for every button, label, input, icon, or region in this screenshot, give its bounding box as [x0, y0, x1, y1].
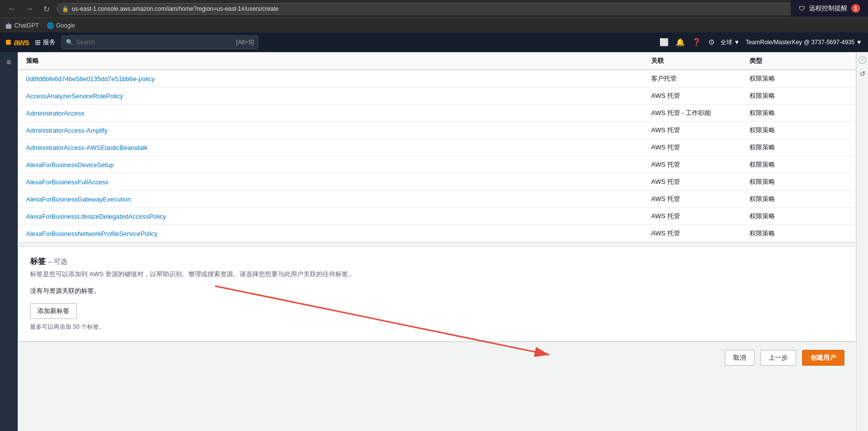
grid-icon: ⊞ — [35, 38, 41, 46]
policy-association-1: AWS 托管 — [651, 91, 749, 100]
create-user-button[interactable]: 创建用户 — [802, 350, 844, 366]
account-menu[interactable]: TeamRole/MasterKey @ 3737-5697-4935 ▼ — [746, 39, 862, 46]
tags-description: 标签是您可以添加到 AWS 资源的键值对，以帮助识别、整理或搜索资源。请选择您想… — [30, 270, 423, 279]
back-button[interactable]: ← — [5, 3, 19, 14]
left-sidebar: ≡ — [0, 52, 18, 431]
cloud-icon[interactable]: ⬜ — [659, 38, 669, 47]
policy-association-0: 客户托管 — [651, 74, 749, 83]
history-icon[interactable]: ↺ — [860, 70, 866, 78]
policy-association-9: AWS 托管 — [651, 229, 749, 238]
policy-table-section: 策略 关联 类型 0d8fd6bfe6d74be58e0135dd7e51bb6… — [18, 52, 856, 242]
policy-association-4: AWS 托管 — [651, 143, 749, 152]
chatgpt-icon: 🤖 — [5, 22, 12, 29]
help-icon[interactable]: ❓ — [692, 38, 701, 47]
policy-association-5: AWS 托管 — [651, 160, 749, 169]
bell-icon[interactable]: 🔔 — [676, 38, 685, 47]
policy-type-1: 权限策略 — [749, 91, 848, 100]
aws-logo-text: aws — [14, 37, 29, 48]
bookmark-google[interactable]: 🌐 Google — [47, 22, 75, 29]
tags-empty-label: 没有与资源关联的标签。 — [30, 287, 844, 295]
google-label: Google — [56, 22, 75, 29]
policy-link-8[interactable]: AlexaForBusinessLifesizeDelegatedAccessP… — [26, 213, 651, 220]
policy-link-4[interactable]: AdministratorAccess-AWSElasticBeanstalk — [26, 144, 651, 151]
services-label: 服务 — [43, 38, 56, 47]
policy-type-2: 权限策略 — [749, 109, 848, 117]
forward-button[interactable]: → — [23, 3, 36, 14]
remote-banner-badge: 1 — [851, 4, 860, 13]
add-tag-button[interactable]: 添加新标签 — [30, 303, 77, 319]
bookmark-chatgpt[interactable]: 🤖 ChatGPT — [5, 22, 39, 29]
bookmark-bar: 🤖 ChatGPT 🌐 Google — [0, 18, 868, 32]
col-policy: 策略 — [26, 57, 651, 65]
policy-link-2[interactable]: AdministratorAccess — [26, 110, 651, 117]
refresh-button[interactable]: ↻ — [40, 3, 53, 15]
sidebar-toggle[interactable]: ≡ — [4, 56, 13, 69]
shield-icon: 🛡 — [799, 5, 805, 12]
policy-link-0[interactable]: 0d8fd6bfe6d74be58e0135dd7e51bb6e-policy — [26, 75, 651, 83]
table-header: 策略 关联 类型 — [18, 53, 856, 70]
remote-banner-label: 远程控制提醒 — [809, 4, 847, 13]
lock-icon: 🔒 — [62, 6, 69, 12]
right-sidebar: 🕐 ↺ — [856, 52, 868, 431]
main-content: 策略 关联 类型 0d8fd6bfe6d74be58e0135dd7e51bb6… — [18, 52, 856, 431]
policy-link-5[interactable]: AlexaForBusinessDeviceSetup — [26, 161, 651, 169]
policy-link-3[interactable]: AdministratorAccess-Amplify — [26, 127, 651, 134]
search-shortcut: [Alt+S] — [236, 39, 254, 46]
policy-type-4: 权限策略 — [749, 143, 848, 152]
aws-logo-square — [6, 40, 11, 45]
policy-association-6: AWS 托管 — [651, 177, 749, 186]
nav-icons: ⬜ 🔔 ❓ ⚙ — [659, 38, 715, 47]
chatgpt-label: ChatGPT — [14, 22, 39, 29]
tags-limit: 最多可以再添加 50 个标签。 — [30, 323, 844, 331]
policy-link-6[interactable]: AlexaForBusinessFullAccess — [26, 178, 651, 186]
policy-association-3: AWS 托管 — [651, 126, 749, 135]
tags-title: 标签 – 可选 — [30, 257, 844, 267]
settings-icon[interactable]: ⚙ — [708, 38, 715, 47]
search-icon: 🔍 — [66, 39, 73, 46]
col-type: 类型 — [749, 57, 848, 65]
policy-association-2: AWS 托管 - 工作职能 — [651, 109, 749, 117]
table-row: AlexaForBusinessDeviceSetup AWS 托管 权限策略 — [18, 156, 856, 173]
policy-association-8: AWS 托管 — [651, 212, 749, 221]
aws-search-bar[interactable]: 🔍 [Alt+S] — [61, 35, 258, 49]
table-row: AlexaForBusinessLifesizeDelegatedAccessP… — [18, 208, 856, 225]
policy-link-9[interactable]: AlexaForBusinessNetworkProfileServicePol… — [26, 230, 651, 237]
policy-link-1[interactable]: AccessAnalyzerServiceRolePolicy — [26, 92, 651, 100]
policy-link-7[interactable]: AlexaForBusinessGatewayExecution — [26, 196, 651, 203]
browser-chrome: ← → ↻ 🔒 us-east-1.console.aws.amazon.com… — [0, 0, 868, 18]
policy-type-5: 权限策略 — [749, 160, 848, 169]
footer-actions: 取消 上一步 创建用户 — [18, 342, 856, 374]
region-selector[interactable]: 全球 ▼ — [720, 38, 740, 47]
policy-association-7: AWS 托管 — [651, 195, 749, 203]
aws-navigation: aws ⊞ 服务 🔍 [Alt+S] ⬜ 🔔 ❓ ⚙ 全球 ▼ TeamRole… — [0, 32, 868, 52]
previous-step-button[interactable]: 上一步 — [760, 350, 796, 366]
table-row: 0d8fd6bfe6d74be58e0135dd7e51bb6e-policy … — [18, 70, 856, 87]
search-input[interactable] — [76, 39, 233, 46]
tags-optional: – 可选 — [48, 258, 67, 265]
col-association: 关联 — [651, 57, 749, 65]
aws-logo[interactable]: aws — [6, 37, 29, 48]
table-row: AccessAnalyzerServiceRolePolicy AWS 托管 权… — [18, 87, 856, 105]
services-button[interactable]: ⊞ 服务 — [35, 38, 56, 47]
policy-type-6: 权限策略 — [749, 177, 848, 186]
cancel-button[interactable]: 取消 — [725, 350, 754, 366]
remote-control-banner: 🛡 远程控制提醒 1 — [791, 0, 868, 17]
policy-type-8: 权限策略 — [749, 212, 848, 221]
policy-type-7: 权限策略 — [749, 195, 848, 203]
google-icon: 🌐 — [47, 22, 54, 29]
table-row: AdministratorAccess-Amplify AWS 托管 权限策略 — [18, 122, 856, 139]
tags-section: 标签 – 可选 标签是您可以添加到 AWS 资源的键值对，以帮助识别、整理或搜索… — [18, 246, 856, 342]
table-row: AlexaForBusinessFullAccess AWS 托管 权限策略 — [18, 173, 856, 191]
policy-type-9: 权限策略 — [749, 229, 848, 238]
main-layout: ≡ 策略 关联 类型 0d8fd6bfe6d74be58e0135dd7e51b… — [0, 52, 868, 431]
policy-type-0: 权限策略 — [749, 74, 848, 83]
table-row: AdministratorAccess-AWSElasticBeanstalk … — [18, 139, 856, 156]
table-row: AdministratorAccess AWS 托管 - 工作职能 权限策略 — [18, 105, 856, 122]
policy-type-3: 权限策略 — [749, 126, 848, 135]
table-row: AlexaForBusinessGatewayExecution AWS 托管 … — [18, 191, 856, 208]
table-row: AlexaForBusinessNetworkProfileServicePol… — [18, 225, 856, 242]
address-bar[interactable]: 🔒 us-east-1.console.aws.amazon.com/iam/h… — [57, 3, 863, 15]
url-text: us-east-1.console.aws.amazon.com/iam/hom… — [72, 5, 279, 12]
clock-icon[interactable]: 🕐 — [858, 56, 867, 64]
